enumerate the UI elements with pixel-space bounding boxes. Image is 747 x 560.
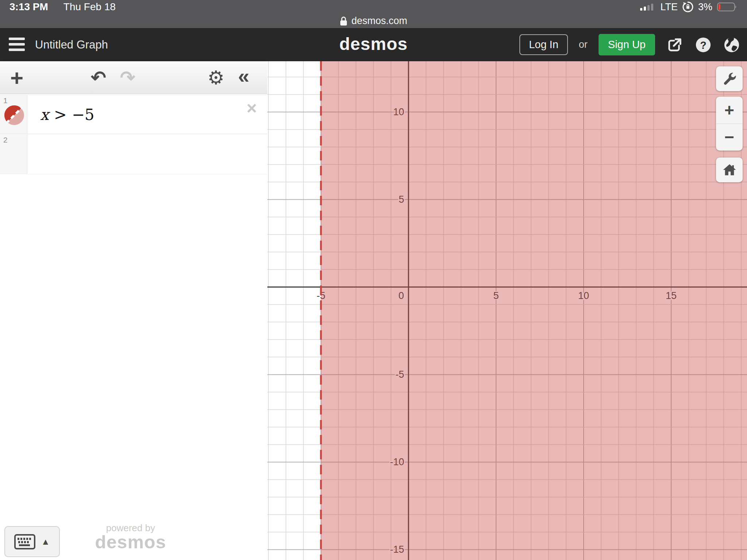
inequality-style-icon[interactable] (4, 105, 24, 125)
zoom-controls: + − (716, 97, 743, 151)
graph-plot: -5051015105-5-10-15 (267, 61, 747, 560)
edit-list-settings-button[interactable]: ⚙ (204, 61, 228, 94)
zoom-in-button[interactable]: + (716, 97, 743, 124)
collapse-panel-button[interactable]: « (232, 61, 255, 94)
keyboard-open-arrow-icon: ▲ (41, 537, 50, 547)
graph-canvas[interactable]: -5051015105-5-10-15 (267, 61, 747, 560)
desmos-logo: desmos (339, 28, 407, 61)
globe-language-icon[interactable] (723, 36, 740, 54)
show-keyboard-button[interactable]: ▲ (4, 526, 60, 557)
share-icon[interactable] (666, 36, 684, 54)
expression-value: −5 (72, 106, 94, 124)
expression-row-2[interactable]: 2 (0, 135, 267, 174)
add-expression-button[interactable]: + (5, 61, 28, 94)
delete-expression-button[interactable]: × (247, 100, 257, 117)
log-in-button[interactable]: Log In (519, 34, 568, 55)
svg-text:?: ? (700, 39, 707, 51)
sign-up-button[interactable]: Sign Up (599, 34, 655, 55)
ios-status-bar: 3:13 PM Thu Feb 18 LTE 3% (0, 0, 747, 14)
signal-strength-icon (640, 3, 655, 11)
url-domain: desmos.com (351, 15, 407, 27)
orientation-lock-icon (682, 1, 693, 12)
powered-by-desmos-watermark: powered by desmos (83, 522, 178, 551)
hamburger-menu-icon[interactable] (9, 38, 25, 51)
network-type-label: LTE (660, 1, 678, 13)
status-time: 3:13 PM (9, 1, 48, 13)
redo-button[interactable]: ↷ (116, 61, 139, 94)
home-icon (721, 162, 738, 178)
lock-icon (340, 16, 348, 26)
graph-title[interactable]: Untitled Graph (35, 28, 108, 61)
expressions-panel: + ↶ ↷ ⚙ « 1 x > −5 × 2 (0, 61, 267, 560)
expression-gutter: 1 (0, 95, 27, 134)
browser-url-bar[interactable]: desmos.com (0, 14, 747, 28)
default-viewport-button[interactable] (716, 158, 743, 182)
row-number: 2 (3, 136, 8, 144)
keyboard-icon (14, 534, 35, 549)
wrench-icon (721, 71, 738, 87)
app-header: Untitled Graph desmos Log In or Sign Up … (0, 28, 747, 61)
row-number: 1 (3, 96, 8, 105)
undo-button[interactable]: ↶ (87, 61, 110, 94)
battery-percent-label: 3% (698, 1, 712, 13)
shaded-region (321, 61, 747, 560)
expression-relation: > (54, 106, 67, 124)
zoom-out-button[interactable]: − (716, 124, 743, 151)
expressions-toolbar: + ↶ ↷ ⚙ « (0, 61, 267, 94)
help-icon[interactable]: ? (694, 36, 712, 54)
status-date: Thu Feb 18 (63, 1, 116, 13)
expression-latex[interactable]: x > −5 (40, 95, 94, 134)
or-label: or (579, 39, 588, 50)
graph-settings-button[interactable] (716, 66, 743, 91)
expression-row-1[interactable]: 1 x > −5 × (0, 95, 267, 134)
expression-gutter: 2 (0, 135, 27, 174)
battery-icon (717, 2, 738, 12)
expression-variable: x (40, 106, 49, 124)
